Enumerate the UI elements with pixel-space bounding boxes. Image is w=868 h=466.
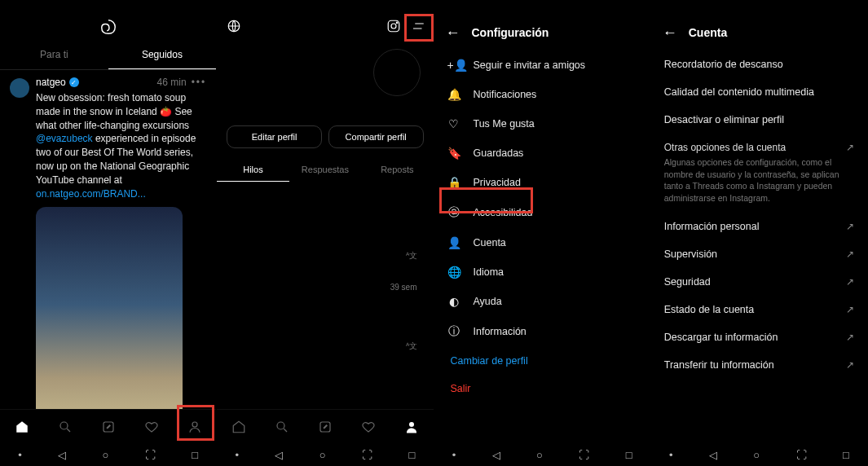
external-icon: ↗: [846, 359, 854, 371]
username[interactable]: natgeo✓: [36, 77, 79, 88]
sys-recent-icon[interactable]: □: [626, 449, 632, 461]
sys-back-icon[interactable]: ◁: [58, 449, 66, 461]
edit-profile-button[interactable]: Editar perfil: [227, 125, 322, 148]
screen-account: ← Cuenta Recordatorio de descanso Calida…: [651, 0, 868, 466]
add-user-icon: +👤: [447, 59, 460, 72]
sys-back-icon[interactable]: ◁: [492, 449, 500, 461]
settings-privacy[interactable]: 🔒Privacidad: [434, 168, 650, 197]
account-supervision[interactable]: Supervisión↗: [651, 240, 867, 268]
account-status[interactable]: Estado de la cuenta↗: [651, 296, 867, 323]
sys-home-icon[interactable]: ○: [536, 449, 543, 461]
external-icon: ↗: [846, 142, 854, 153]
translate-icon[interactable]: ᴬ文: [406, 341, 417, 352]
profile-avatar[interactable]: [373, 49, 421, 96]
bell-icon: 🔔: [447, 88, 460, 101]
sys-home-icon[interactable]: ○: [103, 449, 109, 461]
post-link[interactable]: on.natgeo.com/BRAND...: [36, 188, 146, 200]
verified-icon: ✓: [69, 77, 79, 87]
nav-heart-icon[interactable]: [355, 414, 381, 440]
settings-notifications[interactable]: 🔔Notificaciones: [434, 80, 650, 109]
nav-search-icon[interactable]: [269, 414, 295, 440]
accessibility-icon: ⓐ: [447, 205, 460, 220]
external-icon: ↗: [846, 221, 854, 232]
more-icon[interactable]: •••: [192, 77, 207, 88]
external-icon: ↗: [846, 304, 854, 315]
page-title: Configuración: [472, 26, 549, 39]
instagram-icon[interactable]: [386, 19, 401, 37]
tab-reposts[interactable]: Reposts: [361, 158, 433, 182]
settings-saved[interactable]: 🔖Guardadas: [434, 138, 650, 168]
account-transfer[interactable]: Transferir tu información↗: [651, 351, 867, 379]
sys-dot-icon: •: [452, 449, 456, 461]
svg-point-7: [277, 422, 284, 429]
nav-write-icon[interactable]: [95, 414, 121, 440]
settings-language[interactable]: 🌐Idioma: [434, 257, 650, 287]
mention-link[interactable]: @evazubeck: [36, 133, 93, 144]
back-icon[interactable]: ←: [446, 24, 460, 42]
settings-account[interactable]: 👤Cuenta: [434, 228, 650, 257]
svg-point-6: [396, 22, 398, 24]
other-options-title: Otras opciones de la cuenta: [664, 142, 846, 153]
sys-recent-icon[interactable]: □: [192, 449, 198, 461]
nav-write-icon[interactable]: [312, 414, 338, 440]
account-download[interactable]: Descargar tu información↗: [651, 323, 867, 351]
share-profile-button[interactable]: Compartir perfil: [328, 125, 424, 148]
screen-feed: Para ti Seguidos natgeo✓ 46 min ••• New …: [0, 0, 217, 466]
post-media[interactable]: So I'm in the snow in Iceland. 🔇: [36, 207, 183, 409]
logout-link[interactable]: Salir: [434, 375, 650, 402]
sys-dot-icon: •: [669, 449, 673, 461]
nav-search-icon[interactable]: [52, 414, 78, 440]
list-item[interactable]: 39 semᴬ文: [227, 279, 423, 358]
nav-heart-icon[interactable]: [139, 414, 165, 440]
nav-profile-icon[interactable]: [399, 414, 425, 440]
tab-following[interactable]: Seguidos: [108, 41, 217, 69]
translate-icon[interactable]: ᴬ文: [406, 250, 417, 262]
nav-home-icon[interactable]: [226, 414, 252, 440]
help-icon: ◐: [447, 295, 460, 308]
menu-icon[interactable]: [411, 19, 425, 37]
avatar[interactable]: [10, 78, 29, 98]
nav-home-icon[interactable]: [9, 414, 35, 440]
user-icon: 👤: [447, 236, 460, 249]
svg-point-9: [409, 422, 414, 427]
sys-back-icon[interactable]: ◁: [275, 449, 283, 461]
tab-for-you[interactable]: Para ti: [0, 41, 108, 69]
account-security[interactable]: Seguridad↗: [651, 268, 867, 296]
settings-accessibility[interactable]: ⓐAccesibilidad: [434, 197, 650, 228]
sys-back-icon[interactable]: ◁: [709, 449, 717, 461]
account-quality[interactable]: Calidad del contenido multimedia: [651, 78, 867, 106]
post-body: New obsession: fresh tomato soup made in…: [36, 91, 206, 200]
sys-screenshot-icon[interactable]: ⛶: [579, 449, 589, 461]
sys-recent-icon[interactable]: □: [843, 449, 849, 461]
heart-icon: ♡: [447, 117, 460, 130]
sys-screenshot-icon[interactable]: ⛶: [362, 449, 372, 461]
tab-hilos[interactable]: Hilos: [217, 158, 289, 182]
page-title: Cuenta: [689, 26, 727, 39]
account-rest[interactable]: Recordatorio de descanso: [651, 51, 867, 78]
sys-screenshot-icon[interactable]: ⛶: [796, 449, 807, 461]
tab-respuestas[interactable]: Respuestas: [289, 158, 361, 182]
sys-dot-icon: •: [18, 449, 22, 461]
settings-likes[interactable]: ♡Tus Me gusta: [434, 109, 650, 138]
settings-info[interactable]: ⓘInformación: [434, 316, 650, 347]
list-item[interactable]: [227, 370, 423, 402]
settings-help[interactable]: ◐Ayuda: [434, 287, 650, 316]
globe-icon[interactable]: [227, 19, 241, 37]
account-personal[interactable]: Información personal↗: [651, 213, 867, 240]
external-icon: ↗: [846, 248, 854, 260]
sys-home-icon[interactable]: ○: [753, 449, 760, 461]
nav-profile-icon[interactable]: [182, 414, 208, 440]
svg-point-2: [192, 422, 197, 427]
svg-point-5: [391, 24, 396, 29]
other-options-desc: Algunas opciones de configuración, como …: [664, 156, 854, 204]
account-deactivate[interactable]: Desactivar o eliminar perfil: [651, 106, 867, 134]
sys-home-icon[interactable]: ○: [319, 449, 326, 461]
sys-recent-icon[interactable]: □: [408, 449, 415, 461]
external-icon: ↗: [846, 276, 854, 288]
settings-follow[interactable]: +👤Seguir e invitar a amigos: [434, 51, 650, 80]
list-item[interactable]: ᴬ文: [227, 188, 423, 266]
change-profile-link[interactable]: Cambiar de perfil: [434, 347, 650, 375]
back-icon[interactable]: ←: [663, 24, 677, 42]
sys-screenshot-icon[interactable]: ⛶: [145, 449, 156, 461]
external-icon: ↗: [846, 332, 854, 343]
